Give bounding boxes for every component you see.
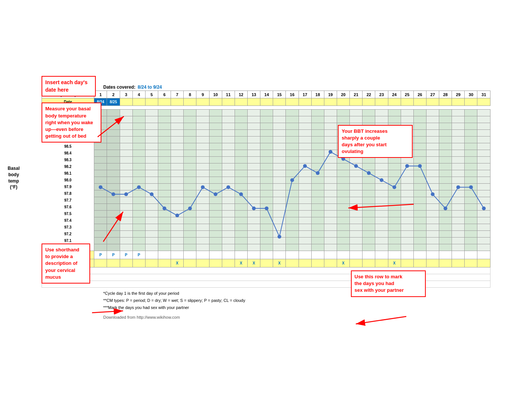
temp-cell <box>324 150 337 157</box>
temp-cell <box>413 197 426 204</box>
temp-cell <box>247 238 260 244</box>
temp-cell <box>120 150 132 157</box>
temp-cell <box>132 177 145 184</box>
temp-cell <box>184 177 196 184</box>
temp-cell <box>363 163 375 170</box>
date-cell <box>311 98 324 106</box>
date-cell <box>145 98 158 106</box>
temp-cell <box>184 224 196 231</box>
temp-cell <box>209 217 222 224</box>
temp-cell <box>413 224 426 231</box>
temp-cell <box>286 190 299 197</box>
temp-cell <box>439 190 452 197</box>
temp-row: 98.9 <box>42 116 490 123</box>
date-cell <box>452 98 465 106</box>
temp-cell <box>184 197 196 204</box>
temp-cell <box>158 224 171 231</box>
temp-cell <box>145 211 158 217</box>
temp-cell <box>477 224 490 231</box>
temp-cell <box>452 224 465 231</box>
temp-cell <box>426 190 439 197</box>
temp-cell <box>145 170 158 177</box>
temp-cell <box>260 177 273 184</box>
temp-cell <box>184 123 196 130</box>
temp-cell <box>324 130 337 137</box>
temp-cell <box>120 137 132 143</box>
temp-cell <box>350 238 363 244</box>
sex-cell: X <box>388 259 401 267</box>
cycle-day-cell: 9 <box>196 91 209 98</box>
temp-cell <box>247 163 260 170</box>
temp-cell <box>286 170 299 177</box>
temp-cell <box>286 137 299 143</box>
temp-cell <box>273 116 286 123</box>
temp-cell <box>222 184 235 190</box>
bbt-table: Cycle day*123456789101112131415161718192… <box>42 91 490 288</box>
temp-cell <box>120 184 132 190</box>
temp-cell <box>401 190 413 197</box>
temp-cell <box>388 204 401 211</box>
temp-cell <box>260 244 273 251</box>
temp-cell <box>196 224 209 231</box>
temp-cell <box>247 170 260 177</box>
temp-row: 98.7 <box>42 130 490 137</box>
temp-cell <box>299 137 311 143</box>
temp-cell <box>324 231 337 238</box>
temp-cell <box>452 116 465 123</box>
cm-cell <box>260 251 273 259</box>
temp-cell <box>388 211 401 217</box>
date-cell <box>209 98 222 106</box>
temp-cell <box>426 110 439 116</box>
temp-cell <box>196 238 209 244</box>
temp-cell <box>477 123 490 130</box>
temp-cell <box>120 244 132 251</box>
temp-label: 97.2 <box>42 231 94 238</box>
temp-cell <box>413 110 426 116</box>
temp-cell <box>477 177 490 184</box>
temp-cell <box>132 143 145 150</box>
temp-cell <box>171 130 184 137</box>
temp-cell <box>196 110 209 116</box>
temp-cell <box>209 116 222 123</box>
sex-cell <box>477 259 490 267</box>
temp-cell <box>401 170 413 177</box>
temp-cell <box>120 123 132 130</box>
date-cell <box>299 98 311 106</box>
sex-cell: X <box>247 259 260 267</box>
temp-cell <box>209 137 222 143</box>
temp-cell <box>401 184 413 190</box>
temp-cell <box>426 163 439 170</box>
temp-row: 98.2 <box>42 163 490 170</box>
temp-cell <box>426 217 439 224</box>
temp-cell <box>107 143 120 150</box>
temp-cell <box>311 143 324 150</box>
temp-cell <box>388 231 401 238</box>
temp-cell <box>273 157 286 163</box>
temp-cell <box>247 204 260 211</box>
cm-cell <box>235 251 247 259</box>
date-cell: 8/25 <box>107 98 120 106</box>
temp-cell <box>107 150 120 157</box>
temp-row: 98.1 <box>42 170 490 177</box>
temp-cell <box>273 110 286 116</box>
temp-cell <box>273 130 286 137</box>
temp-cell <box>247 190 260 197</box>
temp-cell <box>260 150 273 157</box>
temp-cell <box>426 143 439 150</box>
temp-cell <box>363 116 375 123</box>
temp-cell <box>184 143 196 150</box>
temp-cell <box>439 137 452 143</box>
temp-cell <box>413 244 426 251</box>
temp-cell <box>311 150 324 157</box>
temp-cell <box>363 170 375 177</box>
date-cell <box>375 98 388 106</box>
temp-cell <box>132 197 145 204</box>
temp-cell <box>94 150 107 157</box>
temp-cell <box>439 157 452 163</box>
temp-cell <box>171 204 184 211</box>
temp-cell <box>235 170 247 177</box>
cm-row: CM type**PPPP <box>42 251 490 259</box>
temp-cell <box>273 197 286 204</box>
temp-cell <box>158 130 171 137</box>
cm-cell <box>465 251 477 259</box>
